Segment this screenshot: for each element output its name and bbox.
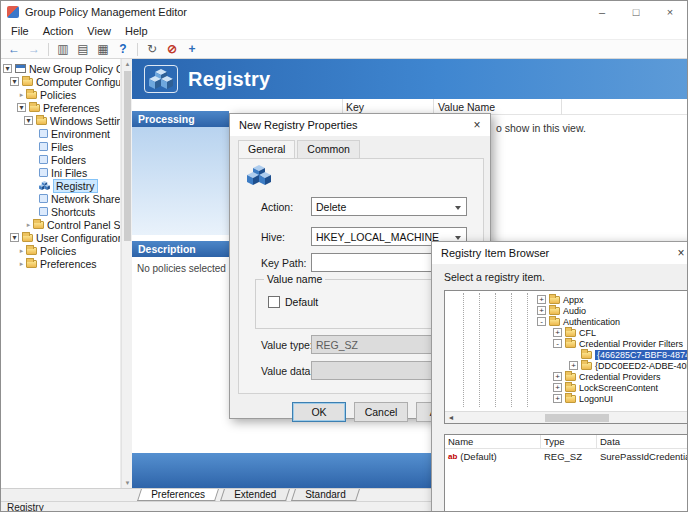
tree-item-user-configuration[interactable]: ▾ User Configuration	[1, 231, 120, 244]
tree-item-control-panel-settings[interactable]: ▸ Control Panel Setting	[1, 218, 120, 231]
tab-standard[interactable]: Standard	[291, 489, 359, 501]
tree-guide-line	[495, 293, 496, 407]
horizontal-scrollbar[interactable]: ◄ ►	[445, 411, 688, 423]
app-icon	[7, 6, 19, 18]
maximize-button[interactable]: □	[619, 1, 653, 23]
ok-button[interactable]: OK	[292, 402, 346, 422]
network-shares-icon	[39, 194, 48, 203]
registry-key-credential-providers[interactable]: + Credential Providers	[445, 371, 688, 382]
chevron-right-icon[interactable]: ▸	[17, 260, 26, 268]
registry-key-authentication[interactable]: - Authentication	[445, 316, 688, 327]
expand-plus-icon[interactable]: +	[553, 383, 562, 392]
new-item-icon[interactable]: +	[183, 41, 201, 57]
tree-item-windows-settings[interactable]: ▾ Windows Settings	[1, 114, 120, 127]
key-path-input[interactable]	[311, 253, 443, 272]
export-list-icon[interactable]: ▤	[74, 41, 92, 57]
registry-key-guid-selected[interactable]: {466285C7-BBF8-4874-B9A7-8	[445, 349, 688, 360]
expand-plus-icon[interactable]: +	[537, 306, 546, 315]
tab-extended[interactable]: Extended	[220, 489, 290, 501]
pause-processing-icon[interactable]: ⊘	[163, 41, 181, 57]
tree-item-shortcuts[interactable]: Shortcuts	[1, 205, 120, 218]
registry-key-appx[interactable]: + Appx	[445, 294, 688, 305]
tree-item-files[interactable]: Files	[1, 140, 120, 153]
tree-item-network-shares[interactable]: Network Shares	[1, 192, 120, 205]
registry-key-credential-provider-filters[interactable]: - Credential Provider Filters	[445, 338, 688, 349]
registry-banner: Registry	[132, 59, 688, 99]
menu-view[interactable]: View	[80, 25, 118, 37]
tree-item-ini-files[interactable]: Ini Files	[1, 166, 120, 179]
tab-preferences[interactable]: Preferences	[137, 489, 219, 501]
back-icon[interactable]: ←	[5, 41, 23, 57]
tab-common[interactable]: Common	[297, 140, 360, 158]
scrollbar-thumb[interactable]	[545, 414, 609, 422]
minimize-button[interactable]: –	[585, 1, 619, 23]
registry-key-lockscreencontent[interactable]: + LockScreenContent	[445, 382, 688, 393]
registry-key-audio[interactable]: + Audio	[445, 305, 688, 316]
no-policies-text: No policies selected	[137, 263, 226, 274]
titlebar: Group Policy Management Editor – □ ×	[1, 1, 687, 23]
chevron-down-icon[interactable]: ▾	[10, 233, 19, 242]
column-header-value-name[interactable]: Value Name	[438, 101, 495, 113]
default-checkbox[interactable]	[268, 296, 280, 308]
collapse-minus-icon[interactable]: -	[553, 339, 562, 348]
registry-key-cfl[interactable]: + CFL	[445, 327, 688, 338]
tree-guide-line	[479, 293, 480, 407]
close-button[interactable]: ×	[653, 1, 687, 23]
menu-file[interactable]: File	[4, 25, 36, 37]
scroll-left-icon[interactable]: ◄	[445, 412, 457, 423]
chevron-down-icon[interactable]: ▾	[24, 116, 33, 125]
menu-action[interactable]: Action	[36, 25, 81, 37]
tree-item-folders[interactable]: Folders	[1, 153, 120, 166]
expand-plus-icon[interactable]: +	[553, 328, 562, 337]
files-icon	[39, 142, 48, 151]
chevron-down-icon[interactable]: ▾	[17, 103, 26, 112]
tree-guide-line	[527, 293, 528, 407]
folder-icon	[565, 384, 576, 392]
column-header-key[interactable]: Key	[346, 101, 364, 113]
collapse-minus-icon[interactable]: -	[537, 317, 546, 326]
registry-tree: + Appx + Audio - Authentication + CFL -	[444, 290, 688, 424]
registry-key-guid-2[interactable]: + {DDC0EED2-ADBE-40b6-A217-	[445, 360, 688, 371]
column-header-name[interactable]: Name	[445, 435, 541, 448]
tree-item-environment[interactable]: Environment	[1, 127, 120, 140]
tree-item-registry[interactable]: Registry	[1, 179, 120, 192]
tree-item-policies[interactable]: ▸ Policies	[1, 88, 120, 101]
menu-help[interactable]: Help	[118, 25, 155, 37]
cancel-button[interactable]: Cancel	[354, 402, 408, 422]
chevron-right-icon[interactable]: ▸	[24, 221, 33, 229]
dialog-title: Registry Item Browser	[441, 247, 549, 259]
folders-icon	[39, 155, 48, 164]
tree-item-computer-configuration[interactable]: ▾ Computer Configuration	[1, 75, 120, 88]
properties-icon[interactable]: ▦	[94, 41, 112, 57]
expand-plus-icon[interactable]: +	[537, 295, 546, 304]
registry-cubes-icon	[144, 65, 178, 93]
chevron-down-icon[interactable]: ▾	[10, 77, 19, 86]
value-name-group-label: Value name	[264, 273, 325, 285]
refresh-icon[interactable]: ↻	[143, 41, 161, 57]
tab-general[interactable]: General	[238, 140, 295, 158]
action-select[interactable]: Delete	[311, 197, 467, 216]
forward-icon[interactable]: →	[25, 41, 43, 57]
tree-scrollbar[interactable]: ▲ ▼	[121, 59, 132, 488]
chevron-right-icon[interactable]: ▸	[17, 91, 26, 99]
chevron-down-icon[interactable]: ▾	[3, 64, 12, 73]
default-checkbox-row[interactable]: Default	[268, 296, 318, 308]
folder-icon	[565, 329, 576, 337]
column-header-data[interactable]: Data	[597, 435, 688, 448]
expand-plus-icon[interactable]: +	[569, 361, 578, 370]
chevron-right-icon[interactable]: ▸	[17, 247, 26, 255]
help-icon[interactable]: ?	[114, 41, 132, 57]
show-console-tree-icon[interactable]: ▥	[54, 41, 72, 57]
close-icon[interactable]: ×	[464, 114, 490, 136]
expand-plus-icon[interactable]: +	[553, 394, 562, 403]
close-icon[interactable]: ×	[668, 242, 688, 264]
tree-item-user-preferences[interactable]: ▸ Preferences	[1, 257, 120, 270]
expand-plus-icon[interactable]: +	[553, 372, 562, 381]
column-header-type[interactable]: Type	[541, 435, 597, 448]
registry-key-logonui[interactable]: + LogonUI	[445, 393, 688, 404]
scrollbar-thumb[interactable]	[124, 71, 131, 241]
tree-item-preferences[interactable]: ▾ Preferences	[1, 101, 120, 114]
tree-item-user-policies[interactable]: ▸ Policies	[1, 244, 120, 257]
value-row-default[interactable]: ab (Default) REG_SZ SurePassIdCredential	[445, 449, 688, 463]
tree-item-gpo-root[interactable]: ▾ New Group Policy Object [APLL	[1, 62, 120, 75]
